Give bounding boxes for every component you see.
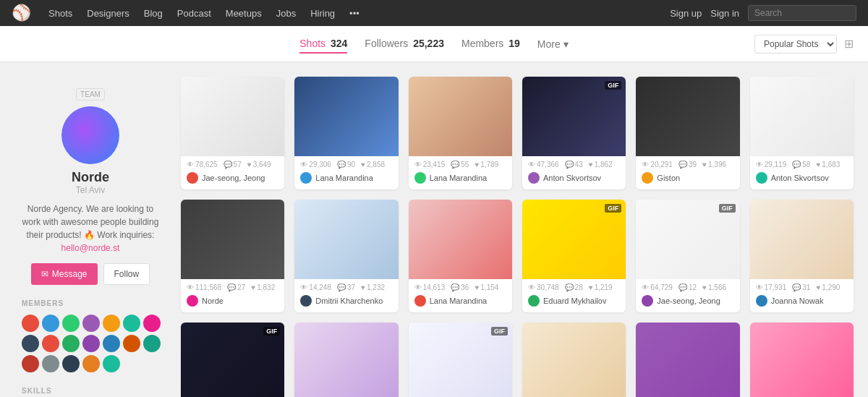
shot-card[interactable]: 👁14,248 💬37 ♥1,232 Dmitrii Kharchenko [294,200,398,312]
view-count: 👁17,931 [756,283,787,291]
sign-up-link[interactable]: Sign up [670,8,702,19]
shot-thumbnail [636,323,739,397]
member-avatar[interactable] [143,335,161,352]
shot-stats: 👁111,568 💬27 ♥1,832 [187,283,278,291]
shot-thumbnail [750,77,854,156]
nav-more[interactable]: ••• [349,8,359,19]
nav-meetups[interactable]: Meetups [226,8,262,19]
author-name[interactable]: Joanna Nowak [771,296,824,305]
shot-card[interactable]: 👁20,291 💬39 ♥1,396 Giston [636,77,739,189]
nav-shots[interactable]: Shots [48,8,72,19]
like-count: ♥1,396 [702,161,726,168]
shot-card[interactable]: 👁23,415 💬55 ♥1,789 Lana Marandina [409,77,512,189]
shot-card[interactable]: GIF 👁64,729 💬12 ♥1,566 Jae-seong, Jeong [636,200,739,312]
shot-card[interactable]: 👁29,119 💬58 ♥1,683 Anton Skvortsov [750,77,854,189]
member-avatar[interactable] [22,315,39,332]
shot-card[interactable]: GIF 👁47,366 💬43 ♥1,862 Anton Skvortsov [522,77,626,189]
shot-card[interactable]: 👁78,625 💬57 ♥3,649 Jae-seong, Jeong [181,77,284,189]
author-name[interactable]: Lana Marandina [315,174,373,182]
shot-stats: 👁23,415 💬55 ♥1,789 [414,161,506,168]
shot-author-row: Norde [187,295,278,307]
shot-card[interactable]: GIF 👁28,568 💬65 ♥1,156 Giston [409,323,512,397]
author-name[interactable]: Anton Skvortsov [543,174,601,182]
member-avatar[interactable] [22,335,39,352]
member-avatar[interactable] [42,335,59,352]
member-avatar[interactable] [82,315,100,332]
shot-card[interactable]: 👁13,058 💬56 ♥1,099 Dmitrii Kharchenko [294,323,398,397]
nav-jobs[interactable]: Jobs [276,8,296,19]
author-name[interactable]: Lana Marandina [430,174,488,182]
profile-email[interactable]: hello@norde.st [61,243,120,253]
tab-shots[interactable]: Shots 324 [299,35,347,54]
author-name[interactable]: Jae-seong, Jeong [657,296,720,305]
member-avatar[interactable] [123,315,140,332]
members-section: MEMBERS [14,299,166,372]
shot-thumbnail [409,200,512,279]
shot-thumbnail [181,200,284,279]
member-avatar[interactable] [42,355,59,372]
shots-grid: 👁78,625 💬57 ♥3,649 Jae-seong, Jeong 👁29,… [181,77,854,397]
nav-podcast[interactable]: Podcast [177,8,211,19]
member-avatar[interactable] [62,315,80,332]
shot-thumbnail [294,200,398,279]
member-avatar[interactable] [62,335,80,352]
shot-meta: 👁64,729 💬12 ♥1,566 Jae-seong, Jeong [636,279,739,312]
view-count: 👁14,248 [300,283,331,291]
shot-thumbnail [294,77,398,156]
tab-members[interactable]: Members 19 [461,35,520,54]
shot-author-row: Jae-seong, Jeong [187,172,278,184]
member-avatar[interactable] [103,355,120,372]
dribbble-logo: ⚾ [12,4,31,22]
shot-stats: 👁78,625 💬57 ♥3,649 [187,161,278,168]
member-avatar[interactable] [82,335,100,352]
shot-card[interactable]: 👁12,419 💬90 ♥987 Lina Leusenko [750,323,854,397]
view-count: 👁14,613 [414,283,446,291]
sort-select[interactable]: Popular Shots Recent Shots [754,35,837,54]
shot-author-row: Lana Marandina [300,172,392,184]
author-name[interactable]: Jae-seong, Jeong [202,174,265,182]
comment-count: 💬12 [678,283,697,291]
shot-thumbnail [636,77,739,156]
shot-meta: 👁30,748 💬28 ♥1,219 Eduard Mykhailov [522,279,626,312]
member-avatar[interactable] [22,355,39,372]
author-name[interactable]: Giston [657,174,680,182]
shot-card[interactable]: GIF 👁29,772 💬29 ♥1,188 Anton Skvortsov [181,323,284,397]
follow-button[interactable]: Follow [103,263,150,285]
search-input[interactable] [748,5,856,21]
shot-thumbnail [294,323,398,397]
shot-thumbnail: GIF [522,200,626,279]
shot-card[interactable]: 👁12,934 💬43 ♥1,016 Lana Marandina [522,323,626,397]
nav-hiring[interactable]: Hiring [310,8,335,19]
member-avatar[interactable] [82,355,100,372]
member-avatar[interactable] [103,315,120,332]
message-button[interactable]: ✉ Message [31,263,98,285]
author-name[interactable]: Eduard Mykhailov [543,296,606,305]
member-avatar[interactable] [123,335,140,352]
member-avatar[interactable] [103,335,120,352]
tabs-more[interactable]: More ▾ [537,38,569,50]
view-count: 👁47,366 [528,161,559,168]
shot-card[interactable]: 👁11,600 💬50 ♥1,019 Dmitrii Kharchenko [636,323,739,397]
shot-card[interactable]: 👁111,568 💬27 ♥1,832 Norde [181,200,284,312]
nav-blog[interactable]: Blog [144,8,163,19]
author-name[interactable]: Lana Marandina [430,296,488,305]
main-layout: TEAM Norde Tel Aviv Norde Agency. We are… [0,62,868,397]
shot-meta: 👁29,119 💬58 ♥1,683 Anton Skvortsov [750,156,854,189]
shot-card[interactable]: 👁29,306 💬90 ♥2,858 Lana Marandina [294,77,398,189]
nav-designers[interactable]: Designers [87,8,129,19]
like-count: ♥1,832 [251,283,275,291]
shot-card[interactable]: 👁17,931 💬31 ♥1,290 Joanna Nowak [750,200,854,312]
author-name[interactable]: Dmitrii Kharchenko [315,296,383,305]
author-name[interactable]: Anton Skvortsov [771,174,829,182]
member-avatar[interactable] [62,355,80,372]
shot-card[interactable]: 👁14,613 💬36 ♥1,154 Lana Marandina [409,200,512,312]
shot-thumbnail [750,323,854,397]
shot-card[interactable]: GIF 👁30,748 💬28 ♥1,219 Eduard Mykhailov [522,200,626,312]
view-count: 👁23,415 [414,161,446,168]
member-avatar[interactable] [42,315,59,332]
member-avatar[interactable] [143,315,161,332]
grid-view-icon[interactable]: ⊞ [844,37,854,51]
author-name[interactable]: Norde [202,296,224,305]
tab-followers[interactable]: Followers 25,223 [365,35,444,54]
sign-in-link[interactable]: Sign in [710,8,739,19]
